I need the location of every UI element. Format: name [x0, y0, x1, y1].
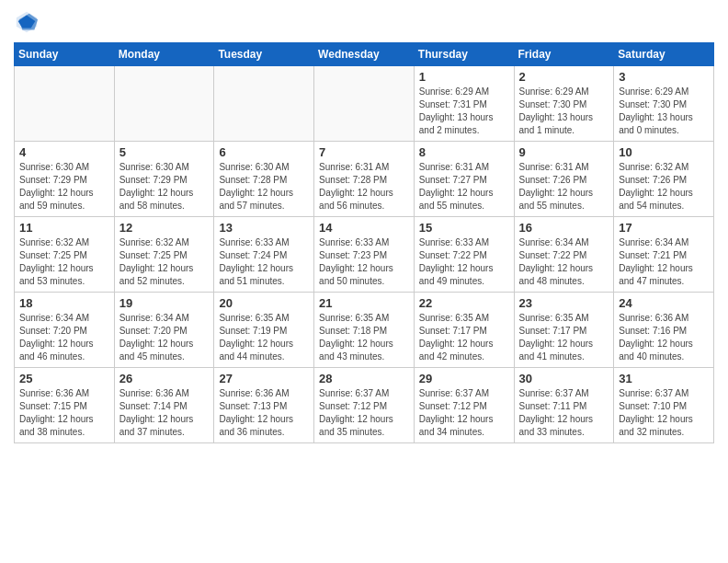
calendar-cell: 8Sunrise: 6:31 AM Sunset: 7:27 PM Daylig… — [414, 142, 514, 217]
day-number: 5 — [119, 145, 210, 159]
day-info: Sunrise: 6:34 AM Sunset: 7:22 PM Dayligh… — [519, 236, 609, 288]
calendar-cell — [214, 66, 314, 142]
calendar-cell: 3Sunrise: 6:29 AM Sunset: 7:30 PM Daylig… — [614, 66, 714, 142]
day-number: 12 — [119, 221, 210, 235]
day-info: Sunrise: 6:31 AM Sunset: 7:26 PM Dayligh… — [519, 161, 609, 213]
day-header-wednesday: Wednesday — [314, 43, 415, 66]
day-number: 13 — [219, 221, 309, 235]
day-info: Sunrise: 6:36 AM Sunset: 7:16 PM Dayligh… — [619, 312, 709, 363]
day-info: Sunrise: 6:36 AM Sunset: 7:13 PM Dayligh… — [219, 387, 309, 439]
day-number: 1 — [419, 70, 509, 84]
calendar-cell: 23Sunrise: 6:35 AM Sunset: 7:17 PM Dayli… — [514, 293, 614, 368]
day-info: Sunrise: 6:32 AM Sunset: 7:25 PM Dayligh… — [119, 236, 210, 288]
calendar-week-3: 11Sunrise: 6:32 AM Sunset: 7:25 PM Dayli… — [15, 217, 714, 293]
calendar-cell: 1Sunrise: 6:29 AM Sunset: 7:31 PM Daylig… — [414, 66, 514, 142]
day-number: 6 — [219, 145, 309, 159]
day-number: 20 — [219, 296, 309, 310]
day-number: 27 — [219, 372, 309, 385]
logo-icon — [14, 9, 40, 35]
calendar-cell: 7Sunrise: 6:31 AM Sunset: 7:28 PM Daylig… — [314, 142, 415, 217]
day-info: Sunrise: 6:30 AM Sunset: 7:28 PM Dayligh… — [219, 161, 309, 213]
calendar-cell: 25Sunrise: 6:36 AM Sunset: 7:15 PM Dayli… — [15, 368, 115, 443]
day-number: 24 — [619, 296, 709, 310]
day-number: 31 — [619, 372, 709, 385]
day-info: Sunrise: 6:34 AM Sunset: 7:21 PM Dayligh… — [619, 236, 709, 288]
day-info: Sunrise: 6:35 AM Sunset: 7:17 PM Dayligh… — [519, 312, 609, 363]
day-number: 3 — [619, 70, 709, 84]
day-header-sunday: Sunday — [15, 43, 115, 66]
calendar-header-row: SundayMondayTuesdayWednesdayThursdayFrid… — [15, 43, 714, 66]
day-number: 22 — [419, 296, 509, 310]
calendar-week-5: 25Sunrise: 6:36 AM Sunset: 7:15 PM Dayli… — [15, 368, 714, 443]
day-number: 25 — [19, 372, 109, 385]
day-number: 18 — [19, 296, 109, 310]
calendar-week-2: 4Sunrise: 6:30 AM Sunset: 7:29 PM Daylig… — [15, 142, 714, 217]
calendar-cell: 13Sunrise: 6:33 AM Sunset: 7:24 PM Dayli… — [214, 217, 314, 293]
day-number: 7 — [319, 145, 409, 159]
calendar-cell: 6Sunrise: 6:30 AM Sunset: 7:28 PM Daylig… — [214, 142, 314, 217]
day-info: Sunrise: 6:37 AM Sunset: 7:11 PM Dayligh… — [519, 387, 609, 439]
calendar-cell — [314, 66, 415, 142]
day-info: Sunrise: 6:31 AM Sunset: 7:27 PM Dayligh… — [419, 161, 509, 213]
calendar-cell: 4Sunrise: 6:30 AM Sunset: 7:29 PM Daylig… — [15, 142, 115, 217]
calendar-cell: 20Sunrise: 6:35 AM Sunset: 7:19 PM Dayli… — [214, 293, 314, 368]
day-number: 16 — [519, 221, 609, 235]
day-info: Sunrise: 6:35 AM Sunset: 7:19 PM Dayligh… — [219, 312, 309, 363]
calendar-cell: 9Sunrise: 6:31 AM Sunset: 7:26 PM Daylig… — [514, 142, 614, 217]
calendar-cell: 16Sunrise: 6:34 AM Sunset: 7:22 PM Dayli… — [514, 217, 614, 293]
calendar-cell — [114, 66, 214, 142]
calendar-cell: 21Sunrise: 6:35 AM Sunset: 7:18 PM Dayli… — [314, 293, 415, 368]
day-number: 15 — [419, 221, 509, 235]
day-number: 9 — [519, 145, 609, 159]
day-header-friday: Friday — [514, 43, 614, 66]
day-info: Sunrise: 6:36 AM Sunset: 7:14 PM Dayligh… — [119, 387, 210, 439]
day-info: Sunrise: 6:32 AM Sunset: 7:25 PM Dayligh… — [19, 236, 109, 288]
day-number: 21 — [319, 296, 409, 310]
day-info: Sunrise: 6:37 AM Sunset: 7:12 PM Dayligh… — [419, 387, 509, 439]
calendar-cell: 28Sunrise: 6:37 AM Sunset: 7:12 PM Dayli… — [314, 368, 415, 443]
day-number: 26 — [119, 372, 210, 385]
calendar-cell: 31Sunrise: 6:37 AM Sunset: 7:10 PM Dayli… — [614, 368, 714, 443]
day-number: 4 — [19, 145, 109, 159]
day-info: Sunrise: 6:30 AM Sunset: 7:29 PM Dayligh… — [119, 161, 210, 213]
calendar-cell: 10Sunrise: 6:32 AM Sunset: 7:26 PM Dayli… — [614, 142, 714, 217]
day-info: Sunrise: 6:29 AM Sunset: 7:30 PM Dayligh… — [519, 86, 609, 137]
calendar-cell: 14Sunrise: 6:33 AM Sunset: 7:23 PM Dayli… — [314, 217, 415, 293]
day-info: Sunrise: 6:33 AM Sunset: 7:22 PM Dayligh… — [419, 236, 509, 288]
day-header-tuesday: Tuesday — [214, 43, 314, 66]
calendar-cell: 19Sunrise: 6:34 AM Sunset: 7:20 PM Dayli… — [114, 293, 214, 368]
day-number: 10 — [619, 145, 709, 159]
calendar-cell: 26Sunrise: 6:36 AM Sunset: 7:14 PM Dayli… — [114, 368, 214, 443]
day-info: Sunrise: 6:34 AM Sunset: 7:20 PM Dayligh… — [19, 312, 109, 363]
day-number: 17 — [619, 221, 709, 235]
day-info: Sunrise: 6:37 AM Sunset: 7:10 PM Dayligh… — [619, 387, 709, 439]
calendar-week-4: 18Sunrise: 6:34 AM Sunset: 7:20 PM Dayli… — [15, 293, 714, 368]
calendar-week-1: 1Sunrise: 6:29 AM Sunset: 7:31 PM Daylig… — [15, 66, 714, 142]
day-info: Sunrise: 6:32 AM Sunset: 7:26 PM Dayligh… — [619, 161, 709, 213]
day-info: Sunrise: 6:35 AM Sunset: 7:17 PM Dayligh… — [419, 312, 509, 363]
day-number: 28 — [319, 372, 409, 385]
day-number: 29 — [419, 372, 509, 385]
calendar-table: SundayMondayTuesdayWednesdayThursdayFrid… — [14, 42, 714, 443]
logo — [14, 9, 43, 35]
day-number: 23 — [519, 296, 609, 310]
day-info: Sunrise: 6:29 AM Sunset: 7:31 PM Dayligh… — [419, 86, 509, 137]
day-info: Sunrise: 6:33 AM Sunset: 7:23 PM Dayligh… — [319, 236, 409, 288]
day-info: Sunrise: 6:30 AM Sunset: 7:29 PM Dayligh… — [19, 161, 109, 213]
day-header-monday: Monday — [114, 43, 214, 66]
day-number: 14 — [319, 221, 409, 235]
calendar-body: 1Sunrise: 6:29 AM Sunset: 7:31 PM Daylig… — [15, 66, 714, 443]
day-info: Sunrise: 6:33 AM Sunset: 7:24 PM Dayligh… — [219, 236, 309, 288]
calendar-cell: 27Sunrise: 6:36 AM Sunset: 7:13 PM Dayli… — [214, 368, 314, 443]
day-number: 8 — [419, 145, 509, 159]
calendar-cell: 11Sunrise: 6:32 AM Sunset: 7:25 PM Dayli… — [15, 217, 115, 293]
day-info: Sunrise: 6:35 AM Sunset: 7:18 PM Dayligh… — [319, 312, 409, 363]
day-number: 30 — [519, 372, 609, 385]
calendar-cell: 12Sunrise: 6:32 AM Sunset: 7:25 PM Dayli… — [114, 217, 214, 293]
calendar-cell — [15, 66, 115, 142]
calendar-cell: 5Sunrise: 6:30 AM Sunset: 7:29 PM Daylig… — [114, 142, 214, 217]
calendar-cell: 2Sunrise: 6:29 AM Sunset: 7:30 PM Daylig… — [514, 66, 614, 142]
day-number: 2 — [519, 70, 609, 84]
day-number: 19 — [119, 296, 210, 310]
day-info: Sunrise: 6:37 AM Sunset: 7:12 PM Dayligh… — [319, 387, 409, 439]
